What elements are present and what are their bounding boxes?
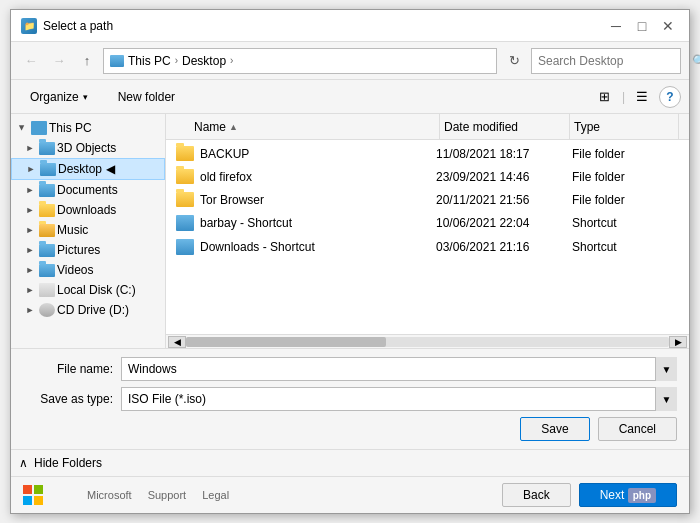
- footer-bar: Microsoft Support Legal Back Next php: [11, 476, 689, 513]
- back-button-footer[interactable]: Back: [502, 483, 571, 507]
- sidebar-label-music: Music: [57, 223, 88, 237]
- footer-microsoft-link[interactable]: Microsoft: [87, 489, 132, 501]
- h-scrollbar[interactable]: [186, 337, 669, 347]
- col-name-label: Name: [194, 120, 226, 134]
- sidebar-item-3d-objects[interactable]: ► 3D Objects: [11, 138, 165, 158]
- sidebar-item-documents[interactable]: ► Documents: [11, 180, 165, 200]
- sidebar-label-downloads: Downloads: [57, 203, 116, 217]
- new-folder-button[interactable]: New folder: [107, 86, 186, 108]
- up-button[interactable]: ↑: [75, 49, 99, 73]
- svg-rect-3: [34, 496, 43, 505]
- file-name-tor-browser: Tor Browser: [200, 193, 430, 207]
- bottom-section: File name: ▼ Save as type: ▼ Save Cancel: [11, 348, 689, 449]
- file-item-backup[interactable]: BACKUP 11/08/2021 18:17 File folder: [166, 142, 689, 165]
- view-details-button[interactable]: ☰: [629, 85, 655, 109]
- cursor-indicator: ◀: [106, 162, 115, 176]
- file-list-area: Name ▲ Date modified Type BACKUP 11/08/2…: [166, 114, 689, 348]
- folder-icon-documents: [39, 184, 55, 197]
- tree-arrow-desktop: ►: [24, 162, 38, 176]
- folder-icon-videos: [39, 264, 55, 277]
- breadcrumb-desktop[interactable]: Desktop: [182, 54, 226, 68]
- folder-icon-music: [39, 224, 55, 237]
- close-button[interactable]: ✕: [657, 15, 679, 37]
- folder-icon-3d-objects: [39, 142, 55, 155]
- filename-label: File name:: [23, 362, 113, 376]
- next-button-footer[interactable]: Next php: [579, 483, 677, 507]
- footer-right: Back Next php: [502, 483, 677, 507]
- pc-icon: [110, 55, 124, 67]
- footer-legal-link[interactable]: Legal: [202, 489, 229, 501]
- col-header-date[interactable]: Date modified: [440, 114, 570, 139]
- sidebar-item-downloads[interactable]: ► Downloads: [11, 200, 165, 220]
- filename-dropdown-arrow[interactable]: ▼: [655, 357, 677, 381]
- h-scrollbar-thumb: [186, 337, 386, 347]
- main-content: ► This PC ► 3D Objects ► Desktop ◀ ►: [11, 114, 689, 348]
- sidebar-item-videos[interactable]: ► Videos: [11, 260, 165, 280]
- file-item-barbay-shortcut[interactable]: barbay - Shortcut 10/06/2021 22:04 Short…: [166, 211, 689, 235]
- tree-arrow-pictures: ►: [23, 243, 37, 257]
- breadcrumb-sep-2: ›: [230, 55, 233, 66]
- sidebar-label-cd-drive-d: CD Drive (D:): [57, 303, 129, 317]
- file-item-downloads-shortcut[interactable]: Downloads - Shortcut 03/06/2021 21:16 Sh…: [166, 235, 689, 259]
- file-shortcut-icon-downloads: [176, 239, 194, 255]
- toolbar-right: ⊞ | ☰ ?: [592, 85, 681, 109]
- saveastype-dropdown-arrow[interactable]: ▼: [655, 387, 677, 411]
- php-badge: php: [628, 488, 656, 503]
- footer-links: Microsoft Support Legal: [87, 489, 229, 501]
- cd-icon-d: [39, 303, 55, 317]
- sidebar-item-music[interactable]: ► Music: [11, 220, 165, 240]
- search-box: 🔍: [531, 48, 681, 74]
- sidebar-item-cd-drive-d[interactable]: ► CD Drive (D:): [11, 300, 165, 320]
- filename-input-container: ▼: [121, 357, 677, 381]
- h-scroll-left[interactable]: ◀: [168, 336, 186, 348]
- folder-icon-pictures: [39, 244, 55, 257]
- folder-icon-desktop: [40, 163, 56, 176]
- sidebar-item-this-pc[interactable]: ► This PC: [11, 118, 165, 138]
- sidebar-item-pictures[interactable]: ► Pictures: [11, 240, 165, 260]
- col-header-name[interactable]: Name ▲: [190, 114, 440, 139]
- file-name-downloads-shortcut: Downloads - Shortcut: [200, 240, 430, 254]
- breadcrumb-this-pc[interactable]: This PC: [128, 54, 171, 68]
- search-icon: 🔍: [692, 54, 700, 68]
- col-header-type[interactable]: Type: [570, 114, 679, 139]
- tree-arrow-music: ►: [23, 223, 37, 237]
- filename-input[interactable]: [121, 357, 677, 381]
- hide-folders-toggle[interactable]: ∧ Hide Folders: [19, 452, 681, 474]
- sidebar-item-desktop[interactable]: ► Desktop ◀: [11, 158, 165, 180]
- title-bar: 📁 Select a path ─ □ ✕: [11, 10, 689, 42]
- sidebar-item-local-disk-c[interactable]: ► Local Disk (C:): [11, 280, 165, 300]
- tree-arrow-local-disk: ►: [23, 283, 37, 297]
- sidebar-label-documents: Documents: [57, 183, 118, 197]
- save-button[interactable]: Save: [520, 417, 589, 441]
- h-scroll-right[interactable]: ▶: [669, 336, 687, 348]
- file-item-tor-browser[interactable]: Tor Browser 20/11/2021 21:56 File folder: [166, 188, 689, 211]
- refresh-button[interactable]: ↻: [501, 48, 527, 74]
- tree-arrow-cd-drive: ►: [23, 303, 37, 317]
- microsoft-logo: [23, 485, 83, 505]
- file-list: BACKUP 11/08/2021 18:17 File folder old …: [166, 140, 689, 334]
- dialog-title: Select a path: [43, 19, 113, 33]
- organize-button[interactable]: Organize ▾: [19, 86, 99, 108]
- file-folder-icon-backup: [176, 146, 194, 161]
- forward-button[interactable]: →: [47, 49, 71, 73]
- hide-folders-arrow: ∧: [19, 456, 28, 470]
- file-item-old-firefox[interactable]: old firefox 23/09/2021 14:46 File folder: [166, 165, 689, 188]
- col-type-label: Type: [574, 120, 600, 134]
- maximize-button[interactable]: □: [631, 15, 653, 37]
- title-bar-controls: ─ □ ✕: [605, 15, 679, 37]
- view-button[interactable]: ⊞: [592, 85, 618, 109]
- minimize-button[interactable]: ─: [605, 15, 627, 37]
- organize-arrow: ▾: [83, 92, 88, 102]
- title-icon: 📁: [21, 18, 37, 34]
- file-date-old-firefox: 23/09/2021 14:46: [436, 170, 566, 184]
- breadcrumb-sep-1: ›: [175, 55, 178, 66]
- title-bar-left: 📁 Select a path: [21, 18, 113, 34]
- footer-support-link[interactable]: Support: [148, 489, 187, 501]
- cancel-button[interactable]: Cancel: [598, 417, 677, 441]
- address-bar[interactable]: This PC › Desktop ›: [103, 48, 497, 74]
- help-button[interactable]: ?: [659, 86, 681, 108]
- back-button[interactable]: ←: [19, 49, 43, 73]
- search-input[interactable]: [538, 54, 688, 68]
- saveastype-input[interactable]: [121, 387, 677, 411]
- tree-arrow-videos: ►: [23, 263, 37, 277]
